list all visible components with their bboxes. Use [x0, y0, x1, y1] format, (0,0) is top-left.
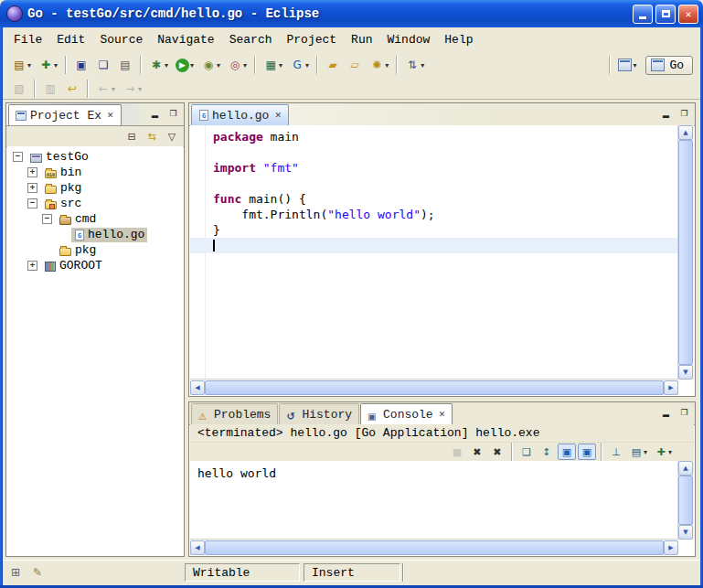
code-line[interactable]	[190, 238, 678, 253]
remove-all-launches-button[interactable]: ✖	[488, 444, 506, 460]
close-icon[interactable]: ✕	[439, 410, 446, 419]
view-menu-button[interactable]: ▽	[163, 128, 181, 144]
scroll-down-button[interactable]: ▼	[678, 365, 693, 380]
maximize-view-button[interactable]: ❐	[676, 106, 692, 121]
close-window-button[interactable]: ✕	[678, 5, 698, 24]
tab-problems[interactable]: Problems	[191, 403, 278, 424]
tree-item-bin[interactable]: +bin	[7, 165, 183, 180]
tab-console[interactable]: Console✕	[360, 403, 453, 424]
debug-button[interactable]: ✱▾	[146, 56, 171, 74]
scroll-lock-button[interactable]: ↕	[538, 444, 556, 460]
scroll-down-button[interactable]: ▼	[678, 525, 693, 540]
editor-vertical-scrollbar[interactable]: ▲ ▼	[677, 125, 694, 380]
new-go-package-button[interactable]: ▦▾	[261, 56, 285, 74]
tree-item-src[interactable]: −src	[7, 196, 183, 211]
scroll-up-button[interactable]: ▲	[678, 125, 693, 140]
open-folder-button[interactable]: ▱	[345, 56, 365, 74]
menu-navigate[interactable]: Navigate	[150, 30, 221, 49]
open-console-button[interactable]: ✚▾	[652, 444, 675, 460]
menu-help[interactable]: Help	[437, 30, 480, 49]
open-perspective-button[interactable]: ▾	[615, 57, 639, 73]
code-line[interactable]	[190, 176, 678, 191]
vertical-scrollbar-thumb[interactable]	[678, 140, 693, 365]
minimize-view-button[interactable]: ▂	[658, 405, 674, 420]
collapse-icon[interactable]: −	[42, 214, 52, 224]
external-tools-button[interactable]: ◎▾	[225, 56, 250, 74]
console-vertical-scrollbar[interactable]: ▲ ▼	[677, 461, 694, 540]
go-perspective-button[interactable]: Go	[645, 56, 693, 75]
link-with-editor-button[interactable]: ⇆	[143, 128, 161, 144]
save-button[interactable]: ▣	[71, 56, 91, 74]
titlebar[interactable]: Go - testGo/src/cmd/hello.go - Eclipse ✕	[0, 0, 703, 27]
console-output-area[interactable]: hello world	[190, 461, 678, 540]
code-line[interactable]: package main	[190, 129, 678, 144]
maximize-view-button[interactable]: ❐	[676, 405, 692, 420]
menu-source[interactable]: Source	[92, 30, 150, 49]
tree-item-pkg[interactable]: pkg	[7, 242, 183, 258]
scroll-right-button[interactable]: ▶	[664, 380, 678, 395]
run-history-button[interactable]: ◉▾	[198, 56, 223, 74]
tree-item-goroot[interactable]: +GOROOT	[7, 258, 183, 273]
console-horizontal-scrollbar[interactable]: ◀ ▶	[190, 539, 678, 555]
vertical-scrollbar-thumb[interactable]	[678, 476, 693, 525]
new-wizard-button[interactable]: ▤▾	[9, 56, 34, 74]
tree-item-cmd[interactable]: −cmd	[7, 211, 183, 227]
horizontal-scrollbar-thumb[interactable]	[205, 380, 664, 395]
fast-view-trim-button[interactable]: ⊞	[7, 564, 24, 581]
tab-project-explorer[interactable]: Project Ex✕	[8, 104, 122, 125]
editor-content[interactable]: package mainimport "fmt"func main() { fm…	[190, 125, 678, 380]
scroll-left-button[interactable]: ◀	[190, 380, 205, 395]
menu-project[interactable]: Project	[279, 30, 344, 49]
show-stderr-button[interactable]: ▣	[578, 444, 596, 460]
code-line[interactable]: fmt.Println("hello world");	[190, 207, 678, 222]
menu-file[interactable]: File	[6, 30, 49, 49]
collapse-all-button[interactable]: ⊟	[122, 128, 141, 144]
minimize-view-button[interactable]: ▂	[147, 106, 163, 121]
close-icon[interactable]: ✕	[107, 111, 114, 120]
open-archive-button[interactable]: ▰	[323, 56, 343, 74]
code-line[interactable]: }	[190, 222, 678, 238]
maximize-window-button[interactable]	[655, 5, 676, 24]
pin-console-button[interactable]: ⊥	[607, 444, 625, 460]
last-edit-location-button[interactable]: ↩	[62, 80, 82, 98]
editor-code[interactable]: package mainimport "fmt"func main() { fm…	[190, 129, 678, 253]
remove-launch-button[interactable]: ✖	[468, 444, 486, 460]
tree-item-testgo[interactable]: −testGo	[7, 149, 183, 165]
code-line[interactable]: import "fmt"	[190, 160, 678, 176]
tree-item-hello-go[interactable]: hello.go	[7, 227, 183, 242]
save-all-button[interactable]: ❏	[93, 56, 113, 74]
editor-horizontal-scrollbar[interactable]: ◀ ▶	[190, 379, 678, 395]
clear-console-button[interactable]: ❏	[517, 444, 536, 460]
minimize-window-button[interactable]	[633, 5, 653, 24]
horizontal-scrollbar-thumb[interactable]	[205, 540, 664, 555]
scroll-up-button[interactable]: ▲	[678, 461, 693, 476]
print-button[interactable]: ▤	[115, 56, 135, 74]
tab-hello-go[interactable]: hello.go✕	[191, 104, 289, 125]
menu-search[interactable]: Search	[222, 30, 280, 49]
menu-edit[interactable]: Edit	[49, 30, 92, 49]
minimize-view-button[interactable]: ▂	[658, 106, 674, 121]
collapse-icon[interactable]: −	[27, 198, 37, 208]
go-element-button[interactable]: G▾	[287, 56, 312, 74]
expand-icon[interactable]: +	[27, 167, 37, 177]
search-button[interactable]: ✺▾	[367, 56, 391, 74]
scroll-left-button[interactable]: ◀	[190, 540, 205, 555]
expand-icon[interactable]: +	[27, 261, 37, 271]
launch-trim-button[interactable]: ✎	[29, 564, 46, 581]
expand-icon[interactable]: +	[27, 183, 37, 193]
menu-run[interactable]: Run	[344, 30, 379, 49]
team-synchronize-button[interactable]: ⇅▾	[402, 56, 427, 74]
new-go-element-button[interactable]: ✚▾	[36, 56, 60, 74]
scroll-right-button[interactable]: ▶	[664, 540, 678, 555]
run-button[interactable]: ▶▾	[173, 57, 197, 74]
tab-history[interactable]: History	[279, 403, 359, 424]
menu-window[interactable]: Window	[380, 30, 438, 49]
code-line[interactable]	[190, 144, 678, 160]
display-console-button[interactable]: ▤▾	[627, 444, 650, 460]
code-line[interactable]: func main() {	[190, 191, 678, 207]
tree-item-pkg[interactable]: +pkg	[7, 180, 183, 196]
show-stdout-button[interactable]: ▣	[558, 444, 576, 460]
close-icon[interactable]: ✕	[274, 111, 282, 120]
maximize-view-button[interactable]: ❐	[165, 106, 181, 121]
collapse-icon[interactable]: −	[13, 152, 23, 162]
